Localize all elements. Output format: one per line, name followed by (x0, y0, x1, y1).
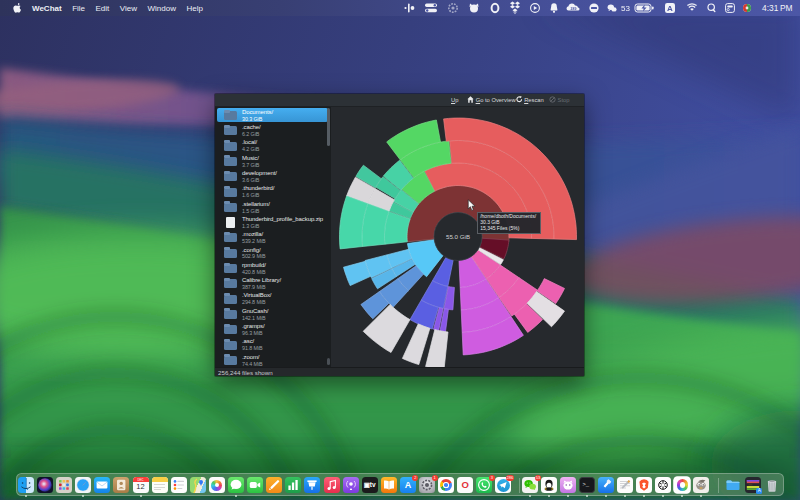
svg-text:289: 289 (571, 7, 577, 11)
svg-text:A: A (667, 4, 673, 13)
svg-text:55.0 GiB: 55.0 GiB (446, 233, 470, 240)
svg-text:4:31 PM: 4:31 PM (762, 3, 793, 13)
svg-text:53: 53 (621, 4, 630, 13)
